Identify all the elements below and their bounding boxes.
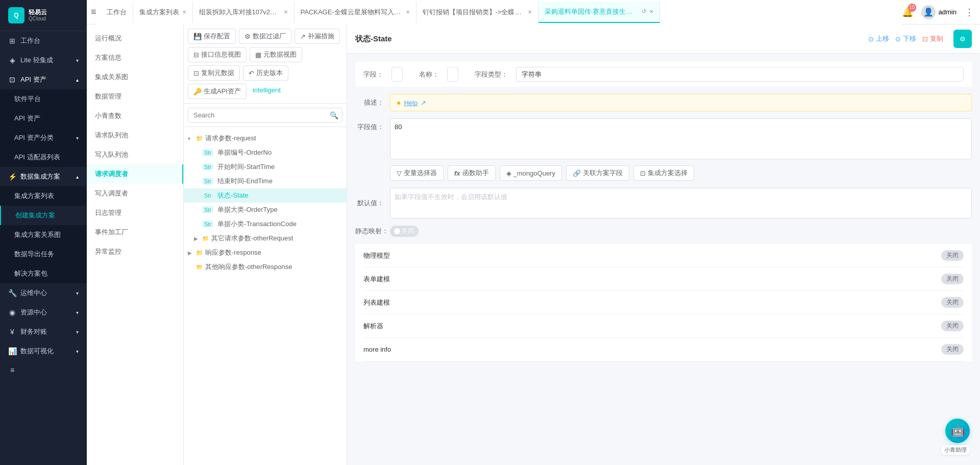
tab-purchase[interactable]: 采购退料单固传·赛意直接生成·N ↺ ✕ (538, 2, 660, 23)
field-input[interactable] (391, 67, 403, 82)
interface-view-btn[interactable]: ⊟ 接口信息视图 (188, 47, 247, 62)
sidebar-item-api[interactable]: ⊡ API 资产 ▴ (0, 70, 87, 89)
sidebar-item-api-adapter[interactable]: API 适配器列表 (0, 148, 87, 167)
nav-integration-map[interactable]: 集成关系图 (87, 67, 183, 87)
sidebar-item-solution-relation[interactable]: 集成方案关系图 (0, 225, 87, 244)
qing-assistant-btn[interactable]: 🤖 (945, 419, 970, 443)
sidebar-item-data-vis[interactable]: 📊 数据可视化 ▾ (0, 341, 87, 361)
tree-node-label: 请求参数-request (205, 134, 342, 143)
data-vis-arrow: ▾ (76, 349, 79, 354)
tree-node-label: 开始时间-StartTime (217, 162, 342, 172)
gen-api-btn[interactable]: 🔑 生成API资产 (188, 84, 247, 99)
mongo-query-btn[interactable]: ◈ _mongoQuery (500, 165, 562, 181)
sidebar-item-solution-list[interactable]: 集成方案列表 (0, 186, 87, 206)
tree-node-order-no[interactable]: Str 单据编号-OrderNo (184, 145, 347, 160)
nav-qing-query[interactable]: 小青查数 (87, 106, 183, 126)
section-toggle-physical[interactable]: 关闭 (941, 250, 964, 261)
tab-workspace[interactable]: 工作台 (101, 2, 133, 23)
copy-data-btn[interactable]: ⊡ 复制元数据 (188, 65, 240, 81)
tab-nail[interactable]: 钉钉报销【项目报销类】->全蝶付款单【班西】 ✕ (416, 2, 538, 23)
tree-node-label: 其他响应参数-otherResponse (205, 262, 342, 272)
help-link[interactable]: Help (404, 99, 418, 107)
up-btn[interactable]: ⊙ 上移 (868, 34, 889, 43)
tree-node-request-params[interactable]: ▾ 📁 请求参数-request (184, 131, 347, 145)
tree-node-end-time[interactable]: Str 结束时间-EndTime (184, 174, 347, 188)
tabs-more-icon[interactable]: ⋮ (965, 7, 974, 18)
sidebar-item-workspace[interactable]: ⊞ 工作台 (0, 31, 87, 51)
help-external-icon[interactable]: ↗ (421, 99, 426, 107)
copy-btn[interactable]: ⊡ 复制 (922, 34, 943, 43)
supplement-btn[interactable]: ↗ 补漏措施 (295, 29, 340, 44)
nav-data-mgmt[interactable]: 数据管理 (87, 87, 183, 106)
nav-write-queue[interactable]: 写入队列池 (87, 145, 183, 164)
nav-log-mgmt[interactable]: 日志管理 (87, 203, 183, 223)
tab-solution-list-close[interactable]: ✕ (182, 9, 186, 15)
field-value-area[interactable]: 80 (390, 118, 972, 159)
sidebar-item-ops[interactable]: 🔧 运维中心 ▾ (0, 283, 87, 303)
default-input[interactable]: 如果字段值不生效时，会启用该默认值 (390, 188, 972, 218)
tab-nail-close[interactable]: ✕ (528, 9, 532, 15)
tree-node-response[interactable]: ▶ 📁 响应参数-response (184, 246, 347, 260)
section-toggle-form[interactable]: 关闭 (941, 274, 964, 284)
content-area: 运行概况 方案信息 集成关系图 数据管理 小青查数 请求队列池 写入队列池 请求… (87, 25, 980, 465)
type-select[interactable]: 字符串 数字 布尔 对象 数组 (516, 67, 964, 82)
sidebar-item-create-solution[interactable]: 创建集成方案 (0, 206, 87, 225)
sidebar-item-data-integration[interactable]: ⚡ 数据集成方案 ▴ (0, 167, 87, 186)
sidebar-item-resource[interactable]: ◉ 资源中心 ▾ (0, 303, 87, 322)
sidebar-item-lite[interactable]: ◈ Lite 轻集成 ▾ (0, 51, 87, 70)
tab-unpack-close[interactable]: ✕ (284, 9, 288, 15)
user-info[interactable]: 👤 admin (921, 5, 957, 19)
lite-icon: ◈ (8, 56, 16, 64)
tree-node-order-type[interactable]: Str 单据大类-OrderType (184, 203, 347, 217)
link-field-btn[interactable]: 🔗 关联方案字段 (566, 165, 629, 181)
sidebar-item-software[interactable]: 软件平台 (0, 89, 87, 109)
tree-node-trans-code[interactable]: Str 单据小类-TransactionCode (184, 217, 347, 231)
nav-write-debugger[interactable]: 写入调度者 (87, 184, 183, 203)
section-toggle-list[interactable]: 关闭 (941, 297, 964, 308)
tree-node-state[interactable]: Str 状态-State (184, 188, 347, 203)
tab-package[interactable]: PACKAGE-全蝶云星展物料写入旺占通货品档案 ✕ (295, 2, 416, 23)
nav-request-queue[interactable]: 请求队列池 (87, 126, 183, 145)
section-toggle-more[interactable]: 关闭 (941, 344, 964, 355)
field-label: 字段： (363, 70, 383, 79)
tab-unpack[interactable]: 组装拆卸入库对接107v2其他入库 ✕ (193, 2, 295, 23)
nav-solution-info[interactable]: 方案信息 (87, 48, 183, 67)
notification-bell[interactable]: 🔔 10 (902, 7, 913, 18)
section-toggle-parser[interactable]: 关闭 (941, 321, 964, 331)
func-helper-btn[interactable]: fx 函数助手 (448, 165, 496, 181)
sidebar-item-api-category[interactable]: API 资产分类 ▾ (0, 128, 87, 148)
tree-node-other-response[interactable]: 📁 其他响应参数-otherResponse (184, 260, 347, 274)
nav-event-factory[interactable]: 事件加工厂 (87, 223, 183, 242)
intelligent-btn[interactable]: intelligent (250, 84, 284, 99)
tab-solution-list[interactable]: 集成方案列表 ✕ (133, 2, 193, 23)
save-config-btn[interactable]: 💾 保存配置 (188, 29, 236, 44)
avatar: 👤 (921, 5, 936, 19)
sidebar-item-api-asset[interactable]: API 资产 (0, 109, 87, 128)
sidebar-item-finance[interactable]: ¥ 财务对账 ▾ (0, 322, 87, 341)
search-input[interactable] (188, 108, 342, 123)
static-map-toggle[interactable]: 关闭 (390, 226, 419, 237)
sidebar-item-solution-package[interactable]: 解决方案包 (0, 264, 87, 283)
tree-node-label: 结束时间-EndTime (217, 177, 342, 186)
down-btn[interactable]: ⊙ 下移 (895, 34, 916, 43)
meta-view-btn[interactable]: ▦ 元数据视图 (250, 47, 302, 62)
nav-overview[interactable]: 运行概况 (87, 29, 183, 48)
solution-select-btn[interactable]: ⊡ 集成方案选择 (633, 165, 694, 181)
tab-package-close[interactable]: ✕ (406, 9, 410, 15)
data-filter-btn[interactable]: ⚙ 数据过滤厂 (239, 29, 291, 44)
sidebar-item-more[interactable]: ≡ (0, 361, 87, 379)
tree-node-other-request[interactable]: ▶ 📁 其它请求参数-otherRequest (184, 231, 347, 246)
sidebar-item-data-export[interactable]: 数据导出任务 (0, 244, 87, 264)
tab-purchase-close[interactable]: ✕ (649, 9, 653, 14)
history-btn[interactable]: ↶ 历史版本 (243, 65, 288, 81)
tab-purchase-refresh[interactable]: ↺ (642, 8, 646, 15)
detail-settings-btn[interactable]: ⚙ (953, 30, 972, 48)
section-physical-model: 物理模型 关闭 (363, 244, 964, 267)
hamburger-icon[interactable]: ≡ (91, 7, 96, 17)
nav-request-debugger[interactable]: 请求调度者 (87, 164, 183, 184)
nav-anomaly-monitor[interactable]: 异常监控 (87, 242, 183, 261)
var-selector-btn[interactable]: ▽ 变量选择器 (390, 165, 444, 181)
search-icon[interactable]: 🔍 (330, 111, 338, 119)
name-input[interactable] (447, 67, 458, 82)
tree-node-start-time[interactable]: Str 开始时间-StartTime (184, 160, 347, 174)
